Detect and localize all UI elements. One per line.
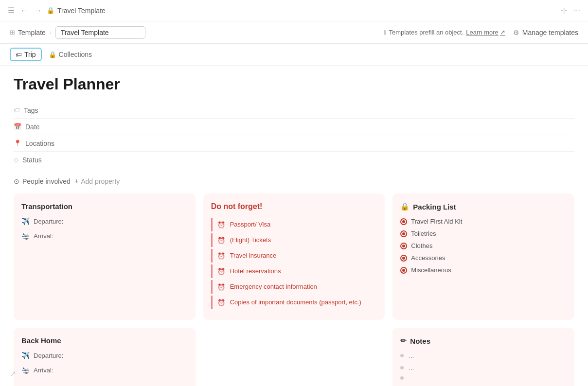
notes-item-2 — [400, 376, 567, 380]
packing-list-card: 🔒 Packing List Travel First Aid Kit Toil… — [392, 193, 574, 320]
property-locations-label: 📍 Locations — [14, 140, 116, 147]
packing-item-text-0: Travel First Aid Kit — [411, 218, 462, 225]
back-departure-icon: ✈️ — [21, 351, 30, 359]
breadcrumb-arrow: › — [50, 29, 52, 36]
more-icon[interactable]: ··· — [574, 6, 580, 15]
menu-icon[interactable]: ☰ — [8, 6, 15, 15]
notes-item-text-0: ... — [409, 352, 414, 359]
collections-tab-icon: 🔒 — [49, 51, 56, 58]
template-name-input[interactable] — [55, 26, 145, 39]
list-item: ⏰ Travel insurance — [211, 249, 377, 263]
radio-2[interactable] — [400, 243, 407, 249]
arrival-label: Arrival: — [34, 232, 53, 240]
list-item: ⏰ Emergency contact information — [211, 280, 377, 294]
breadcrumb-template: ⊞ Template — [10, 29, 46, 36]
dnf-icon-3: ⏰ — [217, 268, 225, 275]
packing-item-4: Miscellaneous — [400, 266, 567, 274]
notes-title: ✏ Notes — [400, 336, 567, 345]
list-item: ⏰ (Flight) Tickets — [211, 233, 377, 247]
topbar-right: ⊹ ··· — [561, 6, 580, 15]
back-home-card: Back Home ✈️ Departure: 🛬 Arrival: — [14, 328, 196, 386]
dnf-item-2: Travel insurance — [230, 252, 277, 259]
packing-title-icon: 🔒 — [400, 202, 410, 211]
back-icon[interactable]: ← — [20, 6, 28, 15]
notes-item-1: ... — [400, 364, 567, 371]
back-departure-label: Departure: — [34, 352, 63, 359]
add-icon: + — [74, 177, 79, 186]
breadcrumb-bar: ⊞ Template › ℹ Templates prefill an obje… — [0, 21, 588, 44]
locations-icon: 📍 — [14, 140, 21, 147]
back-arrival-field: 🛬 Arrival: — [21, 366, 188, 374]
bullet-1 — [400, 366, 404, 369]
radio-3[interactable] — [400, 255, 407, 262]
arrival-icon: 🛬 — [21, 232, 30, 240]
property-locations: 📍 Locations — [14, 135, 574, 152]
back-home-title: Back Home — [21, 336, 188, 345]
template-icon: ⊞ — [10, 29, 15, 36]
do-not-forget-card: Do not forget! ⏰ Passport/ Visa ⏰ (Fligh… — [203, 193, 385, 320]
notes-title-text: Notes — [410, 337, 430, 345]
people-icon: ⊙ — [14, 177, 19, 185]
packing-item-2: Clothes — [400, 242, 567, 249]
packing-item-text-3: Accessories — [411, 254, 445, 262]
property-status-label: ◇ Status — [14, 156, 116, 164]
list-item: ⏰ Hotel reservations — [211, 264, 377, 278]
property-tags-label: 🏷 Tags — [14, 106, 116, 114]
dnf-icon-0: ⏰ — [217, 221, 225, 228]
dnf-item-1: (Flight) Tickets — [230, 236, 271, 244]
property-date: 📅 Date — [14, 119, 574, 135]
date-label-text: Date — [25, 123, 40, 131]
property-date-label: 📅 Date — [14, 123, 116, 131]
radio-0[interactable] — [400, 218, 407, 225]
info-text: Templates prefill an object. — [389, 29, 463, 36]
share-icon[interactable]: ↗ — [10, 369, 16, 378]
manage-templates-button[interactable]: ⚙ Manage templates — [513, 29, 578, 36]
people-involved-label: ⊙ People involved — [14, 177, 71, 185]
tabs-bar: 🏷 Trip 🔒 Collections — [0, 44, 588, 66]
status-icon: ◇ — [14, 156, 18, 163]
tags-value[interactable] — [116, 108, 574, 112]
radio-4[interactable] — [400, 267, 407, 274]
tags-icon: 🏷 — [14, 106, 20, 114]
departure-field: ✈️ Departure: — [21, 217, 188, 225]
property-status: ◇ Status — [14, 152, 574, 168]
dnf-item-0: Passport/ Visa — [230, 221, 271, 228]
topbar-nav-icons: ☰ ← → — [8, 6, 42, 15]
topbar-title: 🔒 Travel Template — [47, 7, 106, 15]
dnf-icon-1: ⏰ — [217, 237, 225, 244]
notes-title-icon: ✏ — [400, 336, 407, 345]
notes-item-0: ... — [400, 352, 567, 359]
breadcrumb-right: ℹ Templates prefill an object. Learn mor… — [384, 29, 578, 36]
tab-trip[interactable]: 🏷 Trip — [10, 48, 42, 61]
status-value[interactable] — [116, 158, 574, 162]
date-icon: 📅 — [14, 123, 21, 130]
notes-item-text-1: ... — [409, 364, 414, 371]
template-label: Template — [18, 29, 46, 36]
learn-more-link[interactable]: Learn more ↗ — [466, 29, 505, 36]
forward-icon[interactable]: → — [34, 6, 42, 15]
dnf-item-3: Hotel reservations — [230, 267, 281, 275]
page-title: Travel Planner — [14, 75, 574, 93]
tab-collections[interactable]: 🔒 Collections — [44, 49, 97, 60]
add-property-button[interactable]: + Add property — [74, 177, 120, 186]
cards-grid: Transportation ✈️ Departure: 🛬 Arrival: … — [14, 193, 574, 386]
add-property-row: ⊙ People involved + Add property — [14, 177, 574, 186]
packing-item-text-4: Miscellaneous — [411, 266, 451, 274]
packing-item-3: Accessories — [400, 254, 567, 262]
radio-1[interactable] — [400, 230, 407, 237]
date-value[interactable] — [116, 125, 574, 129]
back-home-title-text: Back Home — [21, 336, 61, 345]
dnf-item-4: Emergency contact information — [230, 283, 317, 290]
locations-value[interactable] — [116, 141, 574, 145]
trip-tab-label: Trip — [24, 51, 36, 58]
dnf-icon-2: ⏰ — [217, 252, 225, 260]
target-icon[interactable]: ⊹ — [561, 6, 567, 15]
dnf-item-5: Copies of important documents (passport,… — [230, 298, 361, 306]
dnf-list: ⏰ Passport/ Visa ⏰ (Flight) Tickets ⏰ Tr… — [211, 218, 377, 309]
packing-item-text-2: Clothes — [411, 242, 432, 249]
locations-label-text: Locations — [25, 140, 54, 147]
packing-title-text: Packing List — [413, 203, 456, 211]
collections-tab-label: Collections — [59, 51, 92, 58]
empty-card — [203, 328, 385, 386]
packing-item-1: Toiletries — [400, 230, 567, 237]
